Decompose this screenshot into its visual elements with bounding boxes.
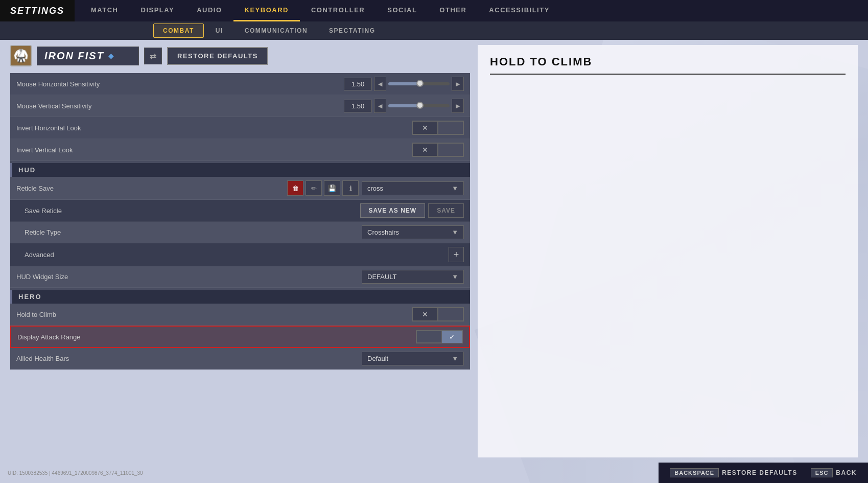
reticle-type-dropdown[interactable]: Crosshairs ▼ (362, 225, 464, 239)
reticle-delete-button[interactable]: 🗑 (287, 180, 303, 196)
hud-widget-size-value: DEFAULT (367, 273, 397, 281)
bottom-bar: BACKSPACE RESTORE DEFAULTS ESC BACK (659, 463, 868, 483)
reticle-info-button[interactable]: ℹ (342, 180, 359, 196)
settings-logo: SETTINGS (0, 0, 75, 21)
nav-item-controller[interactable]: CONTROLLER (300, 0, 376, 21)
toggle-check-attack-range[interactable]: ✓ (442, 331, 462, 343)
status-bar: UID: 1500382535 | 4469691_1720009876_377… (0, 463, 151, 483)
toggle-empty-invert-horizontal[interactable] (438, 121, 463, 134)
avatar-icon: 🥋 (13, 49, 29, 63)
nav-item-accessibility[interactable]: ACCESSIBILITY (478, 0, 560, 21)
controls-advanced: + (449, 247, 464, 262)
toggle-invert-horizontal[interactable]: ✕ (412, 121, 464, 135)
bottom-esc-btn[interactable]: ESC BACK (805, 463, 863, 483)
character-header: 🥋 IRON FIST ◆ ⇄ RESTORE DEFAULTS (10, 45, 470, 66)
character-name-box: IRON FIST ◆ (37, 47, 139, 65)
toggle-display-attack-range[interactable]: ✓ (416, 330, 463, 343)
reticle-type-value: Crosshairs (367, 228, 399, 236)
row-invert-vertical: Invert Vertical Look ✕ (10, 139, 470, 161)
reticle-save-value: cross (367, 185, 383, 192)
reticle-edit-button[interactable]: ✏ (306, 180, 322, 196)
label-save-reticle: Save Reticle (25, 207, 360, 215)
hud-widget-size-dropdown[interactable]: DEFAULT ▼ (362, 270, 464, 284)
arrow-left-vertical[interactable]: ◀ (374, 99, 386, 113)
toggle-x-hold-to-climb[interactable]: ✕ (412, 308, 438, 321)
arrow-left-horizontal[interactable]: ◀ (374, 77, 386, 91)
section-hud-header: HUD (10, 163, 470, 177)
main-content: 🥋 IRON FIST ◆ ⇄ RESTORE DEFAULTS Mouse H… (0, 40, 868, 463)
label-hud-widget-size: HUD Widget Size (16, 273, 362, 281)
controls-invert-vertical: ✕ (412, 143, 464, 157)
toggle-empty-invert-vertical[interactable] (438, 143, 463, 156)
controls-invert-horizontal: ✕ (412, 121, 464, 135)
label-reticle-save: Reticle Save (16, 185, 287, 192)
slider-horizontal[interactable] (388, 82, 450, 85)
arrow-right-vertical[interactable]: ▶ (452, 99, 464, 113)
controls-reticle-save: 🗑 ✏ 💾 ℹ cross ▼ (287, 180, 464, 196)
avatar: 🥋 (10, 45, 32, 66)
row-invert-horizontal: Invert Horizontal Look ✕ (10, 117, 470, 139)
right-panel: HOLD TO CLIMB (478, 45, 858, 457)
toggle-invert-vertical[interactable]: ✕ (412, 143, 464, 157)
controls-display-attack-range: ✓ (416, 330, 463, 343)
reticle-save-button[interactable]: 💾 (324, 180, 340, 196)
section-hero-label: HERO (18, 293, 42, 301)
label-invert-horizontal: Invert Horizontal Look (16, 124, 412, 132)
label-mouse-vertical: Mouse Vertical Sensitivity (16, 102, 344, 110)
sub-nav-communication[interactable]: COMMUNICATION (235, 24, 317, 38)
allied-health-bars-value: Default (367, 355, 388, 362)
controls-allied-health-bars: Default ▼ (362, 352, 464, 365)
label-allied-health-bars: Allied Health Bars (16, 355, 362, 362)
nav-item-display[interactable]: DISPLAY (130, 0, 186, 21)
reticle-save-dropdown[interactable]: cross ▼ (362, 181, 464, 195)
label-advanced: Advanced (25, 251, 449, 259)
row-save-reticle: Save Reticle SAVE AS NEW SAVE (10, 200, 470, 222)
sub-nav-combat[interactable]: COMBAT (153, 24, 204, 38)
sub-nav-ui[interactable]: UI (206, 24, 233, 38)
back-label: BACK (836, 469, 857, 476)
controls-reticle-type: Crosshairs ▼ (362, 225, 464, 239)
allied-health-bars-dropdown[interactable]: Default ▼ (362, 352, 464, 365)
nav-item-social[interactable]: SOCIAL (376, 0, 428, 21)
toggle-x-invert-vertical[interactable]: ✕ (412, 143, 438, 156)
controls-hud-widget-size: DEFAULT ▼ (362, 270, 464, 284)
nav-item-keyboard[interactable]: KEYBOARD (233, 0, 300, 21)
controls-mouse-vertical: 1.50 ◀ ▶ (344, 99, 464, 113)
advanced-expand-button[interactable]: + (449, 247, 464, 262)
row-hud-widget-size: HUD Widget Size DEFAULT ▼ (10, 266, 470, 288)
settings-table: Mouse Horizontal Sensitivity 1.50 ◀ ▶ (10, 73, 470, 370)
label-display-attack-range: Display Attack Range (17, 333, 416, 341)
value-mouse-vertical: 1.50 (344, 100, 372, 112)
sub-nav-spectating[interactable]: SPECTATING (319, 24, 385, 38)
dropdown-arrow-reticle-type: ▼ (452, 228, 458, 236)
right-panel-title: HOLD TO CLIMB (490, 55, 846, 75)
left-panel: 🥋 IRON FIST ◆ ⇄ RESTORE DEFAULTS Mouse H… (10, 45, 470, 457)
bottom-backspace-btn[interactable]: BACKSPACE RESTORE DEFAULTS (664, 463, 803, 483)
nav-item-match[interactable]: MATCH (80, 0, 129, 21)
slider-vertical[interactable] (388, 104, 450, 107)
row-reticle-type: Reticle Type Crosshairs ▼ (10, 222, 470, 243)
save-as-new-button[interactable]: SAVE AS NEW (360, 203, 426, 218)
controls-hold-to-climb: ✕ (412, 307, 464, 321)
row-mouse-vertical-sensitivity: Mouse Vertical Sensitivity 1.50 ◀ ▶ (10, 95, 470, 117)
nav-item-other[interactable]: OTHER (428, 0, 478, 21)
diamond-icon: ◆ (108, 52, 114, 60)
toggle-x-invert-horizontal[interactable]: ✕ (412, 121, 438, 134)
row-allied-health-bars: Allied Health Bars Default ▼ (10, 348, 470, 370)
restore-defaults-button[interactable]: RESTORE DEFAULTS (167, 47, 268, 65)
dropdown-arrow-reticle-save: ▼ (452, 185, 458, 192)
swap-character-button[interactable]: ⇄ (144, 48, 162, 64)
toggle-empty-hold-to-climb[interactable] (438, 308, 463, 321)
reticle-action-buttons: 🗑 ✏ 💾 ℹ (287, 180, 359, 196)
app-title: SETTINGS (10, 6, 64, 16)
label-invert-vertical: Invert Vertical Look (16, 146, 412, 154)
value-mouse-horizontal: 1.50 (344, 78, 372, 90)
number-control-vertical: 1.50 ◀ ▶ (344, 99, 464, 113)
toggle-hold-to-climb[interactable]: ✕ (412, 307, 464, 321)
restore-defaults-label: RESTORE DEFAULTS (722, 469, 797, 476)
sub-navigation: COMBAT UI COMMUNICATION SPECTATING (0, 21, 868, 40)
arrow-right-horizontal[interactable]: ▶ (452, 77, 464, 91)
toggle-empty-attack-range[interactable] (416, 331, 442, 343)
nav-item-audio[interactable]: AUDIO (185, 0, 233, 21)
save-button[interactable]: SAVE (428, 203, 464, 218)
